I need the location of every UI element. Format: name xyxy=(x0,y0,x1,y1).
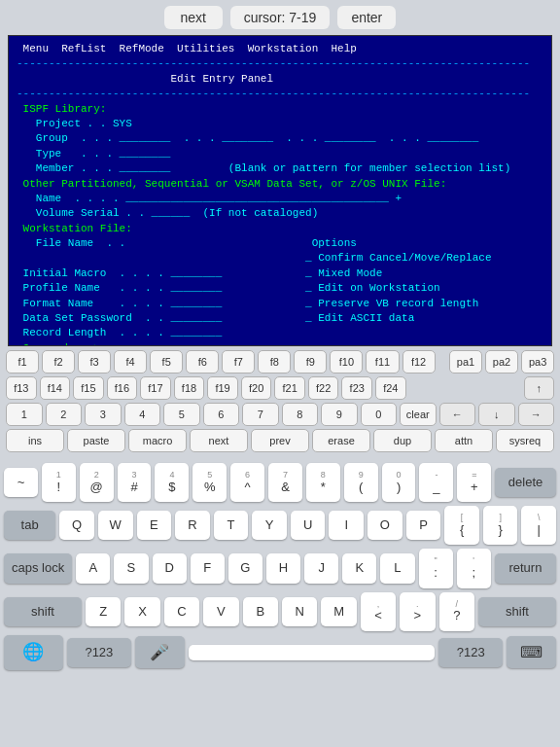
fkey-f21[interactable]: f21 xyxy=(274,376,305,400)
key-j[interactable]: J xyxy=(304,553,338,583)
key-@[interactable]: 2@ xyxy=(80,463,114,502)
key-u[interactable]: U xyxy=(291,511,326,540)
key-{[interactable]: [{ xyxy=(444,506,479,545)
key-o[interactable]: O xyxy=(368,511,402,540)
key-*[interactable]: 8* xyxy=(306,463,340,502)
key-tab[interactable]: tab xyxy=(4,511,55,540)
fkey-next[interactable]: next xyxy=(190,429,248,452)
key-t[interactable]: T xyxy=(214,511,249,540)
fkey-f11[interactable]: f11 xyxy=(366,350,399,374)
fkey-f23[interactable]: f23 xyxy=(341,376,372,400)
key-:[interactable]: ": xyxy=(419,549,453,587)
key-?123[interactable]: ?123 xyxy=(438,638,503,667)
fkey-f2[interactable]: f2 xyxy=(42,350,75,374)
key-?123[interactable]: ?123 xyxy=(67,638,131,667)
key-%[interactable]: 5% xyxy=(192,463,227,502)
key-h[interactable]: H xyxy=(266,553,300,583)
key-c[interactable]: C xyxy=(164,597,199,626)
key-x[interactable]: X xyxy=(124,597,159,626)
key-v[interactable]: V xyxy=(203,597,238,626)
key-⌨[interactable]: ⌨ xyxy=(507,636,556,669)
fkey-f12[interactable]: f12 xyxy=(402,350,436,374)
fkey-f18[interactable]: f18 xyxy=(174,376,205,400)
key-![interactable]: 1! xyxy=(42,463,76,502)
fkey-f20[interactable]: f20 xyxy=(241,376,272,400)
key-_[interactable]: -_ xyxy=(419,463,453,502)
fkey-f14[interactable]: f14 xyxy=(40,376,71,400)
key-p[interactable]: P xyxy=(406,511,441,540)
fkey-paste[interactable]: paste xyxy=(67,429,125,452)
fkey-pa1[interactable]: pa1 xyxy=(449,350,482,374)
key-🌐[interactable]: 🌐 xyxy=(4,635,63,670)
key-([interactable]: 9( xyxy=(344,463,378,502)
key->[interactable]: .> xyxy=(400,592,435,631)
fkey-ins[interactable]: ins xyxy=(6,429,64,452)
key-a[interactable]: A xyxy=(76,553,110,583)
fkey-f3[interactable]: f3 xyxy=(78,350,111,374)
fkey-f1[interactable]: f1 xyxy=(6,350,39,374)
key-m[interactable]: M xyxy=(321,597,356,626)
key-d[interactable]: D xyxy=(153,553,187,583)
fkey-f17[interactable]: f17 xyxy=(140,376,171,400)
key-delete[interactable]: delete xyxy=(495,468,556,497)
enter-button[interactable]: enter xyxy=(337,6,396,29)
fkey-f16[interactable]: f16 xyxy=(107,376,138,400)
key-|[interactable]: \| xyxy=(521,506,556,545)
fkey-sysreq[interactable]: sysreq xyxy=(496,429,554,452)
fkey-←[interactable]: ← xyxy=(439,403,476,426)
key-n[interactable]: N xyxy=(282,597,317,626)
key-r[interactable]: R xyxy=(175,511,210,540)
fkey-f13[interactable]: f13 xyxy=(6,376,37,400)
fkey-dup[interactable]: dup xyxy=(373,429,432,452)
key-s[interactable]: S xyxy=(114,553,148,583)
key-}[interactable]: ]} xyxy=(483,506,518,545)
fkey-7[interactable]: 7 xyxy=(242,403,279,426)
key-return[interactable]: return xyxy=(495,553,556,583)
fkey-f22[interactable]: f22 xyxy=(308,376,339,400)
key-[interactable] xyxy=(189,645,436,660)
key-<[interactable]: ,< xyxy=(361,592,396,631)
fkey-macro[interactable]: macro xyxy=(128,429,187,452)
key-b[interactable]: B xyxy=(243,597,278,626)
key-;[interactable]: '; xyxy=(457,549,491,587)
fkey-f19[interactable]: f19 xyxy=(207,376,238,400)
fkey-4[interactable]: 4 xyxy=(124,403,161,426)
fkey-1[interactable]: 1 xyxy=(6,403,43,426)
key-?[interactable]: /? xyxy=(439,592,474,631)
key-~[interactable]: ~ xyxy=(4,468,38,497)
fkey-f7[interactable]: f7 xyxy=(222,350,255,374)
fkey-6[interactable]: 6 xyxy=(203,403,240,426)
key-y[interactable]: Y xyxy=(252,511,287,540)
key-w[interactable]: W xyxy=(98,511,133,540)
fkey-f4[interactable]: f4 xyxy=(114,350,147,374)
fkey-f15[interactable]: f15 xyxy=(73,376,104,400)
fkey-0[interactable]: 0 xyxy=(361,403,398,426)
key-shift[interactable]: shift xyxy=(4,597,82,626)
fkey-f5[interactable]: f5 xyxy=(150,350,183,374)
key-$[interactable]: 4$ xyxy=(155,463,189,502)
key-i[interactable]: I xyxy=(329,511,364,540)
key-+[interactable]: =+ xyxy=(457,463,491,502)
key-shift[interactable]: shift xyxy=(478,597,556,626)
key-caps-lock[interactable]: caps lock xyxy=(4,553,72,583)
fkey-↑[interactable]: ↑ xyxy=(524,376,555,400)
key-🎤[interactable]: 🎤 xyxy=(135,636,185,669)
key-g[interactable]: G xyxy=(228,553,262,583)
fkey-9[interactable]: 9 xyxy=(321,403,358,426)
fkey-f24[interactable]: f24 xyxy=(375,376,406,400)
fkey-erase[interactable]: erase xyxy=(312,429,370,452)
fkey-f8[interactable]: f8 xyxy=(258,350,291,374)
fkey-3[interactable]: 3 xyxy=(85,403,122,426)
fkey-8[interactable]: 8 xyxy=(282,403,319,426)
fkey-clear[interactable]: clear xyxy=(400,403,437,426)
fkey-f10[interactable]: f10 xyxy=(330,350,363,374)
key-&[interactable]: 7& xyxy=(268,463,302,502)
fkey-pa2[interactable]: pa2 xyxy=(485,350,518,374)
fkey-f9[interactable]: f9 xyxy=(294,350,327,374)
key-^[interactable]: 6^ xyxy=(230,463,264,502)
fkey-attn[interactable]: attn xyxy=(435,429,493,452)
fkey-2[interactable]: 2 xyxy=(46,403,83,426)
fkey-5[interactable]: 5 xyxy=(163,403,200,426)
key-#[interactable]: 3# xyxy=(118,463,152,502)
fkey-↓[interactable]: ↓ xyxy=(478,403,515,426)
